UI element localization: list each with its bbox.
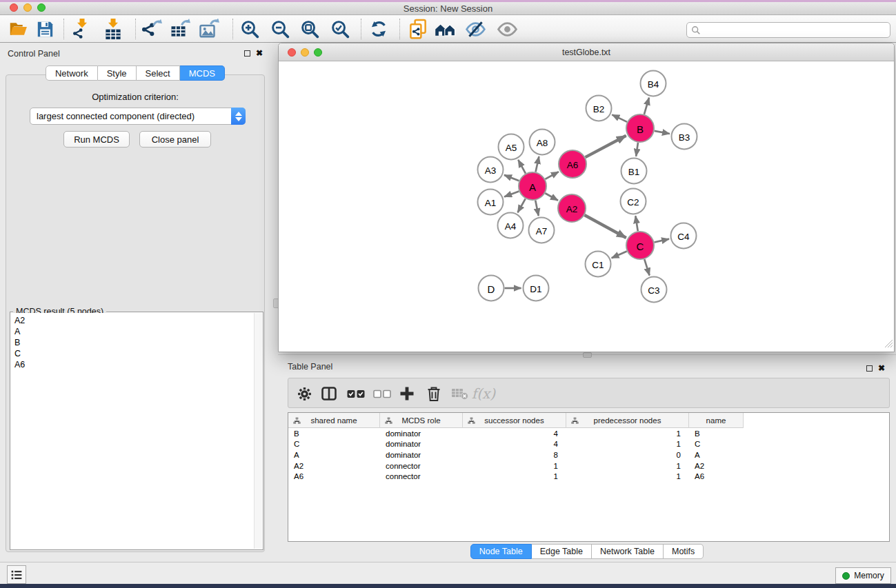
edge-A-A5[interactable] — [518, 160, 526, 174]
hide-graphics-details-icon[interactable] — [464, 18, 486, 40]
delete-table-icon[interactable] — [449, 383, 470, 404]
cell[interactable]: A6 — [288, 472, 380, 480]
import-network-icon[interactable] — [71, 18, 93, 40]
mcds-result-item[interactable]: A2 — [14, 315, 250, 326]
zoom-in-icon[interactable] — [239, 18, 261, 40]
column-header-predecessor-nodes[interactable]: predecessor nodes — [566, 413, 689, 428]
column-header-name[interactable]: name — [689, 413, 744, 428]
select-all-checkboxes-icon[interactable] — [346, 383, 366, 404]
zoom-out-icon[interactable] — [269, 18, 291, 40]
cell[interactable]: 1 — [566, 472, 689, 480]
edge-C-C3[interactable] — [644, 259, 649, 275]
edge-B-B4[interactable] — [644, 98, 649, 114]
column-header-successor-nodes[interactable]: successor nodes — [463, 413, 566, 428]
edge-A2-C[interactable] — [584, 215, 626, 238]
add-column-icon[interactable] — [397, 383, 417, 404]
cell[interactable]: 4 — [463, 429, 566, 438]
cell[interactable]: 1 — [566, 462, 689, 470]
cell[interactable]: connector — [380, 472, 463, 480]
mcds-result-item[interactable]: A — [14, 326, 250, 337]
cell[interactable]: dominator — [380, 451, 463, 459]
cell[interactable]: A6 — [689, 472, 744, 480]
edge-C-C4[interactable] — [654, 239, 669, 243]
show-graphics-details-icon[interactable] — [496, 18, 518, 40]
cell[interactable]: dominator — [380, 440, 463, 448]
search-field[interactable] — [686, 22, 890, 38]
column-header-MCDS-role[interactable]: MCDS role — [380, 413, 463, 428]
export-network-icon[interactable] — [141, 18, 163, 40]
tab-style[interactable]: Style — [98, 65, 137, 81]
table-row[interactable]: Adominator80A — [288, 449, 889, 460]
network-overview-icon[interactable] — [435, 18, 457, 40]
import-table-icon[interactable] — [102, 18, 124, 40]
memory-button[interactable]: Memory — [835, 567, 891, 584]
edge-A-A7[interactable] — [535, 201, 539, 216]
table-tab-node-table[interactable]: Node Table — [470, 544, 532, 559]
cell[interactable]: B — [288, 429, 380, 438]
table-row[interactable]: Cdominator41C — [288, 439, 889, 450]
table-tab-edge-table[interactable]: Edge Table — [532, 544, 592, 559]
edge-A-A6[interactable] — [545, 172, 558, 179]
export-image-icon[interactable] — [198, 18, 220, 40]
mcds-result-item[interactable]: C — [14, 348, 250, 359]
zoom-fit-icon[interactable] — [299, 18, 321, 40]
cell[interactable]: C — [288, 440, 380, 448]
cell[interactable]: A2 — [689, 462, 744, 470]
cell[interactable]: 1 — [463, 462, 566, 470]
cell[interactable]: 0 — [566, 451, 689, 459]
settings-gear-icon[interactable] — [294, 383, 315, 404]
close-panel-button[interactable]: Close panel — [139, 131, 211, 148]
zoom-selected-icon[interactable] — [329, 18, 351, 40]
close-panel-icon[interactable]: ✖ — [256, 50, 263, 57]
edge-A-A3[interactable] — [504, 175, 519, 181]
edge-A-A1[interactable] — [504, 191, 519, 196]
mcds-result-item[interactable]: B — [14, 337, 250, 348]
search-input[interactable] — [701, 26, 890, 35]
edge-C-C1[interactable] — [612, 251, 627, 258]
edge-A-A2[interactable] — [545, 193, 558, 200]
mcds-list-scrollbar[interactable] — [254, 313, 262, 549]
table-tab-network-table[interactable]: Network Table — [592, 544, 664, 559]
cell[interactable]: B — [689, 429, 744, 438]
criterion-dropdown[interactable]: largest connected component (directed) — [30, 108, 246, 125]
float-table-panel-icon[interactable] — [866, 365, 873, 372]
edge-B-B1[interactable] — [636, 143, 638, 156]
cell[interactable]: 1 — [566, 440, 689, 448]
cell[interactable]: 1 — [566, 429, 689, 438]
cell[interactable]: 8 — [463, 451, 566, 459]
table-row[interactable]: Bdominator41B — [288, 428, 889, 439]
cell[interactable]: connector — [380, 462, 463, 470]
deselect-all-checkboxes-icon[interactable] — [372, 383, 392, 404]
export-table-icon[interactable] — [169, 18, 191, 40]
open-file-icon[interactable] — [8, 18, 30, 40]
task-history-button[interactable] — [7, 565, 26, 584]
run-mcds-button[interactable]: Run MCDS — [63, 131, 130, 148]
refresh-icon[interactable] — [368, 18, 390, 40]
table-row[interactable]: A6connector11A6 — [288, 471, 889, 482]
tab-network[interactable]: Network — [46, 65, 98, 81]
clone-network-icon[interactable] — [407, 18, 429, 40]
delete-column-icon[interactable] — [424, 383, 444, 404]
tab-select[interactable]: Select — [137, 65, 180, 81]
tab-mcds[interactable]: MCDS — [180, 65, 225, 81]
table-row[interactable]: A2connector11A2 — [288, 460, 889, 472]
edge-B-B2[interactable] — [612, 114, 627, 122]
window-resize-grip[interactable] — [884, 338, 893, 351]
cell[interactable]: 4 — [463, 440, 566, 448]
edge-B-B3[interactable] — [655, 131, 670, 134]
network-canvas[interactable]: B4B2BB3A5A8A6B1A3AC2A1A2A4A7C4CC1C3DD1 — [279, 61, 894, 352]
cell[interactable]: C — [689, 440, 744, 448]
edge-C-C2[interactable] — [635, 216, 637, 231]
column-header-shared-name[interactable]: shared name — [288, 413, 380, 428]
cell[interactable]: A2 — [288, 462, 380, 470]
edge-A6-B[interactable] — [586, 136, 626, 157]
cell[interactable]: dominator — [380, 429, 463, 438]
close-table-panel-icon[interactable]: ✖ — [878, 365, 885, 372]
edge-A-A8[interactable] — [535, 156, 539, 172]
save-session-icon[interactable] — [34, 18, 56, 40]
function-builder-icon[interactable]: f(x) — [473, 383, 494, 404]
table-tab-motifs[interactable]: Motifs — [664, 544, 704, 559]
cell[interactable]: 1 — [463, 472, 566, 480]
cell[interactable]: A — [689, 451, 744, 459]
cell[interactable]: A — [288, 451, 380, 459]
